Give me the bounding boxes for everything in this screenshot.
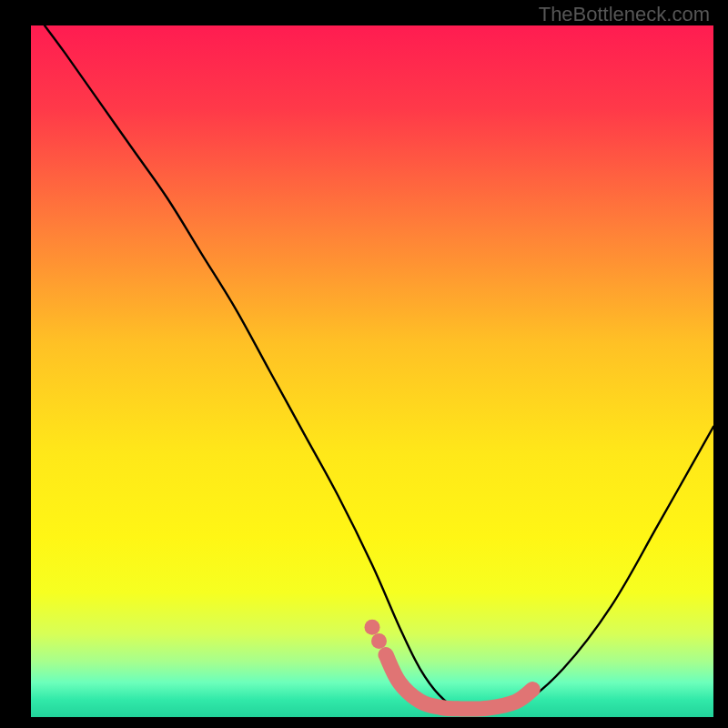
bottleneck-curve (45, 25, 713, 712)
plot-area (31, 25, 713, 717)
watermark-text: TheBottleneck.com (539, 3, 710, 26)
curve-layer (31, 25, 713, 717)
highlight-lead-dot (371, 633, 387, 649)
highlight-lead-dot (365, 620, 380, 635)
chart-frame: TheBottleneck.com (0, 0, 728, 728)
optimal-range-highlight (386, 655, 532, 709)
